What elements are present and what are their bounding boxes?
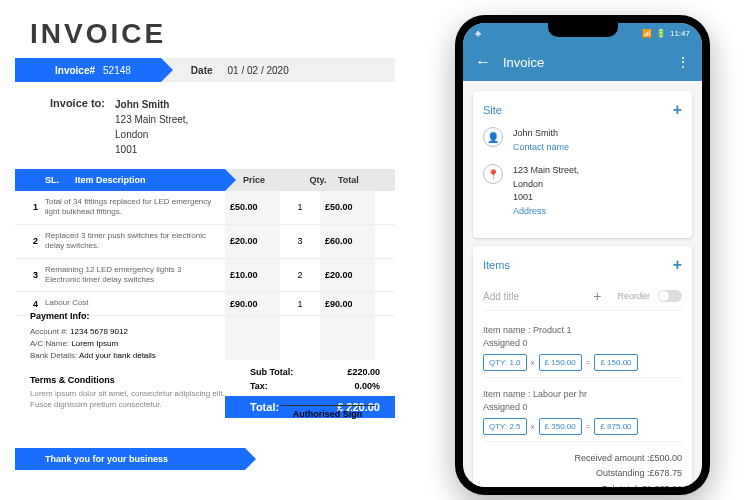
items-title: Items: [483, 259, 510, 271]
qty-field[interactable]: QTY: 2.5: [483, 418, 527, 435]
recipient-addr1: 123 Main Street,: [115, 112, 188, 127]
plus-icon[interactable]: +: [593, 288, 601, 304]
invoice-document: INVOICE Invoice# 52148 Date 01 / 02 / 20…: [15, 10, 395, 500]
recipient-name: John Smith: [115, 97, 188, 112]
signal-icon: 📶: [642, 29, 652, 38]
phone-mockup: ◈ 📶🔋11:47 ← Invoice ⋮ Site+ 👤 John Smith…: [455, 15, 710, 495]
invoice-header: Invoice# 52148 Date 01 / 02 / 2020: [15, 58, 395, 82]
item-row[interactable]: Item name : Product 1 Assigned 0 QTY: 1.…: [483, 319, 682, 378]
footer-band: Thank you for your business: [15, 448, 245, 470]
site-title: Site: [483, 104, 502, 116]
col-price: Price: [243, 175, 298, 185]
add-site-button[interactable]: +: [673, 101, 682, 119]
person-icon: 👤: [483, 127, 503, 147]
recipient-addr2: London: [115, 127, 188, 142]
table-header: SL. Item Description Price Qty. Total: [15, 169, 395, 191]
date-value: 01 / 02 / 2020: [228, 65, 289, 76]
price-field[interactable]: £ 150.00: [539, 354, 582, 371]
invoice-number-label: Invoice#: [55, 65, 95, 76]
content: Site+ 👤 John SmithContact name 📍 123 Mai…: [463, 81, 702, 487]
col-total: Total: [338, 175, 393, 185]
wifi-icon: ◈: [475, 29, 481, 38]
invoice-to-body: John Smith 123 Main Street, London 1001: [115, 97, 188, 157]
add-title-input[interactable]: Add title: [483, 291, 585, 302]
app-bar: ← Invoice ⋮: [463, 43, 702, 81]
invoice-date-section: Date 01 / 02 / 2020: [161, 58, 395, 82]
menu-icon[interactable]: ⋮: [676, 54, 690, 70]
payment-info: Payment Info: Account #: 1234 5678 9012 …: [30, 310, 156, 362]
total-field: £ 875.00: [594, 418, 637, 435]
site-card: Site+ 👤 John SmithContact name 📍 123 Mai…: [473, 91, 692, 238]
contact-row[interactable]: 👤 John SmithContact name: [483, 127, 682, 154]
add-item-button[interactable]: +: [673, 256, 682, 274]
col-sl: SL.: [45, 175, 75, 185]
item-row[interactable]: Item name : Labour per hr Assigned 0 QTY…: [483, 383, 682, 442]
reorder-label: Reorder: [617, 291, 650, 301]
add-title-row: Add title + Reorder: [483, 282, 682, 311]
table-row: 2Replaced 3 timer push switches for elec…: [15, 225, 395, 259]
table-row: 1Total of 34 fittings replaced for LED e…: [15, 191, 395, 225]
table-row: 3Remaining 12 LED emergency lights 3 Ele…: [15, 259, 395, 293]
date-label: Date: [191, 65, 213, 76]
location-icon: 📍: [483, 164, 503, 184]
col-desc: Item Description: [75, 175, 225, 185]
clock: 11:47: [670, 29, 690, 38]
recipient-addr3: 1001: [115, 142, 188, 157]
terms: Terms & Conditions Lorem ipsum dolor sit…: [30, 375, 230, 410]
price-field[interactable]: £ 350.00: [539, 418, 582, 435]
phone-screen: ◈ 📶🔋11:47 ← Invoice ⋮ Site+ 👤 John Smith…: [463, 23, 702, 487]
invoice-to-label: Invoice to:: [50, 97, 105, 157]
invoice-number-band: Invoice# 52148: [15, 58, 161, 82]
reorder-toggle[interactable]: [658, 290, 682, 302]
col-qty: Qty.: [298, 175, 338, 185]
qty-field[interactable]: QTY: 1.0: [483, 354, 527, 371]
invoice-title: INVOICE: [15, 10, 395, 58]
invoice-to-section: Invoice to: John Smith 123 Main Street, …: [15, 82, 395, 169]
total-field: £ 150.00: [594, 354, 637, 371]
battery-icon: 🔋: [656, 29, 666, 38]
items-card: Items+ Add title + Reorder Item name : P…: [473, 246, 692, 487]
invoice-number-value: 52148: [103, 65, 131, 76]
address-row[interactable]: 📍 123 Main Street,London1001Address: [483, 164, 682, 218]
back-icon[interactable]: ←: [475, 53, 491, 71]
notch: [548, 23, 618, 37]
summary: Received amount :£500.00 Outstanding :£6…: [483, 447, 682, 487]
app-title: Invoice: [503, 55, 544, 70]
authorised-sign: Authorised Sign: [280, 405, 375, 419]
